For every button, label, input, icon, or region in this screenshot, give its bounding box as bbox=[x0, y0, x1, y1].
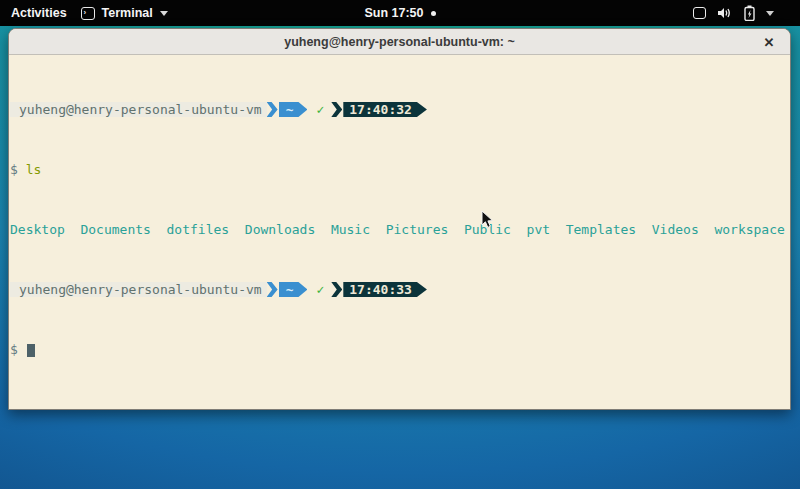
volume-icon bbox=[717, 6, 733, 20]
terminal-cursor bbox=[27, 344, 35, 357]
desktop: { "colors": { "topbar_bg": "#040404", "t… bbox=[0, 0, 800, 489]
top-bar: Activities › Terminal Sun 17:50 bbox=[0, 0, 800, 26]
powerline-chevron-icon bbox=[267, 282, 278, 297]
status-check-icon: ✓ bbox=[307, 102, 331, 117]
clock-button[interactable]: Sun 17:50 bbox=[364, 6, 423, 20]
window-titlebar[interactable]: yuheng@henry-personal-ubuntu-vm: ~ ✕ bbox=[9, 29, 790, 55]
terminal-icon: › bbox=[81, 7, 95, 20]
top-bar-left: Activities › Terminal bbox=[0, 6, 168, 20]
screen-icon bbox=[693, 7, 706, 19]
prompt-cwd-segment: ~ bbox=[279, 282, 308, 297]
prompt-symbol: $ bbox=[10, 342, 18, 357]
chevron-down-icon bbox=[160, 11, 168, 16]
powerline-chevron-icon bbox=[267, 102, 278, 117]
input-line[interactable]: $ bbox=[10, 342, 789, 357]
status-check-icon: ✓ bbox=[307, 282, 331, 297]
window-title: yuheng@henry-personal-ubuntu-vm: ~ bbox=[284, 35, 515, 49]
prompt-user-segment: yuheng@henry-personal-ubuntu-vm bbox=[10, 282, 267, 297]
powerline-chevron-icon bbox=[331, 282, 342, 297]
terminal-content[interactable]: yuheng@henry-personal-ubuntu-vm ~ ✓ 17:4… bbox=[9, 55, 790, 409]
command-line: $ ls bbox=[10, 162, 789, 177]
battery-charging-icon bbox=[744, 5, 755, 21]
powerline-chevron-icon bbox=[331, 102, 342, 117]
command-text: ls bbox=[26, 162, 42, 177]
activities-button[interactable]: Activities bbox=[11, 6, 67, 20]
app-menu-button[interactable]: › Terminal bbox=[81, 6, 168, 20]
app-menu-label: Terminal bbox=[102, 6, 153, 20]
system-tray[interactable] bbox=[693, 5, 800, 21]
prompt-user-segment: yuheng@henry-personal-ubuntu-vm bbox=[10, 102, 267, 117]
prompt-time-segment: 17:40:32 bbox=[343, 102, 427, 117]
prompt-time-segment: 17:40:33 bbox=[343, 282, 427, 297]
prompt-cwd-segment: ~ bbox=[279, 102, 308, 117]
close-button[interactable]: ✕ bbox=[758, 29, 780, 55]
chevron-down-icon bbox=[766, 11, 774, 16]
prompt-symbol: $ bbox=[10, 162, 18, 177]
prompt-line: yuheng@henry-personal-ubuntu-vm ~ ✓ 17:4… bbox=[10, 102, 789, 117]
prompt-line: yuheng@henry-personal-ubuntu-vm ~ ✓ 17:4… bbox=[10, 282, 789, 297]
terminal-window: yuheng@henry-personal-ubuntu-vm: ~ ✕ yuh… bbox=[8, 28, 791, 410]
ls-output: Desktop Documents dotfiles Downloads Mus… bbox=[10, 222, 789, 237]
notification-dot-icon bbox=[431, 11, 436, 16]
